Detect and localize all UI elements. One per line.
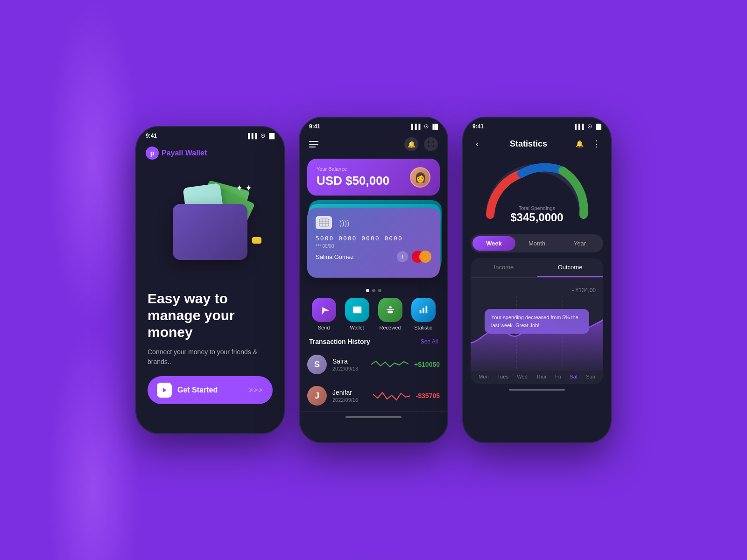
credit-card-main[interactable]: )))) 5000 0000 0000 0000 *** 00/00 Salin… xyxy=(307,208,440,278)
day-fri: Fri xyxy=(555,374,561,379)
svg-marker-5 xyxy=(319,305,329,315)
action-wallet[interactable]: Wallet xyxy=(345,298,369,330)
status-icons-1: ▌▌▌ ☉ ▐█ xyxy=(248,133,275,139)
chart-body: - ¥134,00 xyxy=(471,278,603,371)
transaction-saira[interactable]: S Saira 2022/09/13 +$10050 xyxy=(300,349,447,380)
card-date: *** 00/00 xyxy=(316,244,431,249)
transactions-header: Transaction History See All xyxy=(300,334,447,349)
gauge-label: Total Spendings xyxy=(510,205,563,211)
card-dots xyxy=(300,289,447,292)
cta-arrows: >>> xyxy=(249,386,263,394)
wifi-icon-3: ☉ xyxy=(587,124,592,130)
credit-cards-area: )))) 5000 0000 0000 0000 *** 00/00 Salin… xyxy=(307,200,440,284)
day-mon: Mon xyxy=(479,374,488,379)
jenifar-name: Jenifar xyxy=(332,389,367,396)
phone1-content: p Payall Wallet xyxy=(136,143,284,428)
time-1: 9:41 xyxy=(146,133,157,139)
phone3-header: ‹ Statistics 🔔 ⋮ xyxy=(463,133,611,154)
gauge-text: Total Spendings $345,0000 xyxy=(510,205,563,224)
balance-amount: USD $50,000 xyxy=(317,174,389,188)
phone1-subtext: Connect your money to your friends & bra… xyxy=(148,347,273,367)
see-all-button[interactable]: See All xyxy=(421,338,438,345)
quick-actions: Send Wallet Recevied xyxy=(300,294,447,334)
phone-onboarding: 9:41 ▌▌▌ ☉ ▐█ p Payall Wallet xyxy=(135,126,285,434)
phone-wallet: 9:41 ▌▌▌ ☉ ▐█ 🔔 ⛶ Your Balance USD xyxy=(299,117,448,443)
stats-notification-icon[interactable]: 🔔 xyxy=(573,137,586,150)
chart-tabs: Income Outcome xyxy=(471,258,603,278)
time-2: 9:41 xyxy=(309,123,320,130)
received-label: Recevied xyxy=(380,325,401,330)
status-bar-1: 9:41 ▌▌▌ ☉ ▐█ xyxy=(136,127,284,143)
mastercard-logo xyxy=(412,251,431,263)
card-add-button[interactable]: + xyxy=(397,251,408,262)
day-thur: Thur xyxy=(536,374,547,379)
card-number: 5000 0000 0000 0000 xyxy=(316,235,431,242)
statistic-label: Statistic xyxy=(414,325,432,330)
balance-info: Your Balance USD $50,000 xyxy=(317,166,389,188)
action-send[interactable]: Send xyxy=(312,298,336,330)
get-started-button[interactable]: Get Started >>> xyxy=(148,376,273,404)
cta-label: Get Started xyxy=(177,386,243,394)
income-tab[interactable]: Income xyxy=(471,258,537,277)
play-icon xyxy=(157,383,172,398)
spending-tooltip: Your spending decreased from 5% the last… xyxy=(485,309,589,334)
outcome-tab[interactable]: Outcome xyxy=(537,258,603,277)
area-chart-svg xyxy=(471,296,603,371)
phone1-header: p Payall Wallet xyxy=(136,143,284,160)
battery-icon-2: ▐█ xyxy=(430,124,438,129)
action-statistic[interactable]: Statistic xyxy=(411,298,436,330)
wifi-icon: ☉ xyxy=(261,133,265,139)
saira-wave xyxy=(371,357,409,371)
phones-container: 9:41 ▌▌▌ ☉ ▐█ p Payall Wallet xyxy=(135,117,612,443)
home-indicator-3 xyxy=(509,389,565,391)
chart-area: Income Outcome - ¥134,00 xyxy=(471,258,603,384)
payall-logo: p Payall Wallet xyxy=(146,147,207,160)
user-avatar[interactable]: 👩 xyxy=(410,167,430,188)
jenifar-date: 2022/09/16 xyxy=(332,397,367,403)
notification-bell-icon[interactable]: 🔔 xyxy=(404,137,418,151)
hamburger-menu[interactable] xyxy=(309,141,318,147)
chart-value: - ¥134,00 xyxy=(572,287,596,294)
signal-icon-3: ▌▌▌ xyxy=(575,124,585,129)
tab-year[interactable]: Year xyxy=(558,236,601,251)
menu-line xyxy=(309,141,318,142)
back-button[interactable]: ‹ xyxy=(471,137,484,150)
dot-2[interactable] xyxy=(372,289,375,292)
home-indicator-1 xyxy=(182,433,238,434)
card-holder-name: Salina Gomez xyxy=(316,253,354,260)
card-chip-icon xyxy=(316,216,332,229)
dot-1[interactable] xyxy=(366,289,369,292)
status-icons-2: ▌▌▌ ☉ ▐█ xyxy=(411,124,438,130)
wallet-3d: ✦ ✦ xyxy=(163,181,257,265)
days-row: Mon Tues Wed Thur Fri Sat Sun xyxy=(471,371,603,384)
status-bar-3: 9:41 ▌▌▌ ☉ ▐█ xyxy=(463,118,611,133)
tab-month[interactable]: Month xyxy=(515,236,558,251)
svg-rect-6 xyxy=(388,311,393,314)
signal-icon: ▌▌▌ xyxy=(248,133,259,139)
gauge-amount: $345,0000 xyxy=(510,211,563,224)
dot-3[interactable] xyxy=(378,289,381,292)
mc-yellow-circle xyxy=(419,251,431,263)
contactless-icon: )))) xyxy=(339,219,349,228)
expand-icon[interactable]: ⛶ xyxy=(424,137,438,151)
logo-icon: p xyxy=(146,147,159,160)
tab-week[interactable]: Week xyxy=(472,236,515,251)
saira-info: Saira 2022/09/13 xyxy=(332,357,366,371)
more-options-icon[interactable]: ⋮ xyxy=(590,137,603,150)
svg-rect-9 xyxy=(425,306,427,314)
svg-rect-8 xyxy=(423,308,424,313)
jenifar-info: Jenifar 2022/09/16 xyxy=(332,389,367,403)
saira-amount: +$10050 xyxy=(414,361,440,368)
status-bar-2: 9:41 ▌▌▌ ☉ ▐█ xyxy=(300,118,447,133)
phone1-text-area: Easy way to manage your money Connect yo… xyxy=(136,281,284,428)
menu-line xyxy=(309,144,318,145)
transaction-jenifar[interactable]: J Jenifar 2022/09/16 -$35705 xyxy=(300,380,447,412)
wallet-body xyxy=(173,204,247,260)
action-received[interactable]: Recevied xyxy=(378,298,402,330)
svg-rect-7 xyxy=(419,310,421,313)
saira-date: 2022/09/13 xyxy=(332,366,366,371)
status-icons-3: ▌▌▌ ☉ ▐█ xyxy=(575,124,601,130)
balance-card: Your Balance USD $50,000 👩 xyxy=(307,159,440,196)
saira-avatar: S xyxy=(307,355,327,374)
jenifar-amount: -$35705 xyxy=(416,392,440,399)
